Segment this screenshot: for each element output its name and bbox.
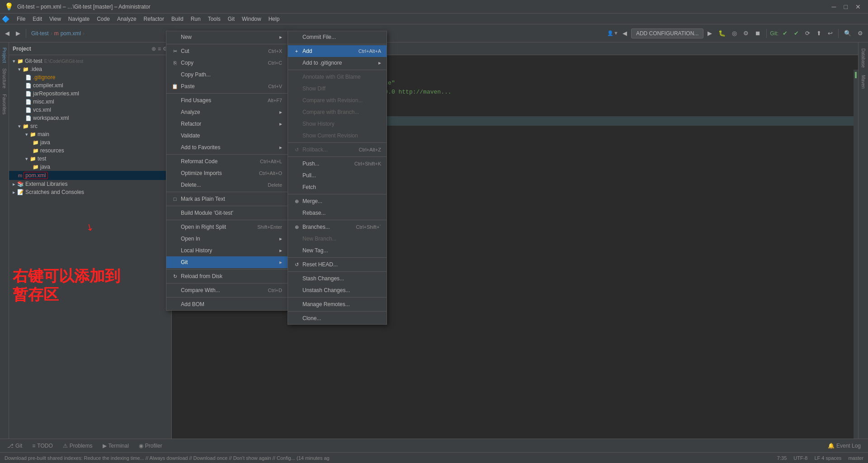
- ctx-cut[interactable]: ✂ Cut Ctrl+X: [166, 45, 288, 57]
- ctx-delete[interactable]: Delete... Delete: [166, 179, 288, 191]
- menu-view[interactable]: View: [46, 15, 65, 23]
- ctx-add-bom[interactable]: Add BOM: [166, 298, 288, 310]
- close-button[interactable]: ✕: [853, 2, 863, 11]
- sidebar-maven-tab[interactable]: Maven: [860, 71, 867, 92]
- ctx-optimize[interactable]: Optimize Imports Ctrl+Alt+O: [166, 167, 288, 179]
- bottom-tab-git[interactable]: ⎇ Git: [3, 441, 27, 451]
- sidebar-structure-tab[interactable]: Structure: [2, 66, 7, 91]
- ctx-copy-path[interactable]: Copy Path...: [166, 69, 288, 80]
- toolbar-forward[interactable]: ▶: [14, 28, 23, 38]
- ctx-git[interactable]: Git ▸: [166, 256, 288, 268]
- toolbar-back[interactable]: ◀: [3, 28, 12, 38]
- menu-run[interactable]: Run: [187, 15, 204, 23]
- ctx-open-in[interactable]: Open In ▸: [166, 233, 288, 245]
- tree-gitignore[interactable]: 📄 .gitignore: [9, 73, 171, 81]
- ctx-compare[interactable]: Compare With... Ctrl+D: [166, 284, 288, 296]
- ctx-new[interactable]: New ▸: [166, 31, 288, 43]
- menu-refactor[interactable]: Refactor: [140, 15, 168, 23]
- panel-locate-icon[interactable]: ⊕: [151, 46, 156, 52]
- menu-file[interactable]: File: [13, 15, 29, 23]
- ctx-find-usages[interactable]: Find Usages Alt+F7: [166, 94, 288, 106]
- breadcrumb-file[interactable]: pom.xml: [61, 30, 81, 37]
- git-push[interactable]: Push... Ctrl+Shift+K: [288, 158, 387, 170]
- bottom-tab-terminal[interactable]: ▶ Terminal: [98, 441, 133, 451]
- toolbar-run[interactable]: ▶: [705, 28, 714, 38]
- sidebar-database-tab[interactable]: Database: [860, 45, 867, 71]
- tree-main-folder[interactable]: ▾ 📁 main: [9, 130, 171, 138]
- tree-java-folder[interactable]: 📁 java: [9, 138, 171, 146]
- bottom-tab-problems[interactable]: ⚠ Problems: [58, 441, 97, 451]
- git-reset-head[interactable]: ↺ Reset HEAD...: [288, 259, 387, 270]
- ctx-analyze[interactable]: Analyze ▸: [166, 106, 288, 118]
- ctx-build[interactable]: Build Module 'Git-test': [166, 207, 288, 219]
- menu-build[interactable]: Build: [168, 15, 187, 23]
- ctx-local-history[interactable]: Local History ▸: [166, 245, 288, 256]
- toolbar-debug[interactable]: 🐛: [716, 28, 728, 38]
- tree-scratches[interactable]: ▸ 📝 Scratches and Consoles: [9, 188, 171, 196]
- maximize-button[interactable]: □: [841, 2, 850, 11]
- toolbar-profiler[interactable]: ⚙: [741, 28, 751, 38]
- git-clone[interactable]: Clone...: [288, 312, 387, 324]
- bottom-tab-event-log[interactable]: 🔔 Event Log: [823, 441, 865, 451]
- git-add[interactable]: + Add Ctrl+Alt+A: [288, 45, 387, 57]
- menu-navigate[interactable]: Navigate: [65, 15, 93, 23]
- toolbar-settings[interactable]: ⚙: [855, 28, 865, 38]
- tree-misc-xml[interactable]: 📄 misc.xml: [9, 98, 171, 106]
- ctx-copy[interactable]: ⎘ Copy Ctrl+C: [166, 57, 288, 69]
- status-indent[interactable]: LF 4 spaces: [814, 455, 841, 461]
- git-merge[interactable]: ⊕ Merge...: [288, 195, 387, 207]
- git-pull[interactable]: Pull...: [288, 170, 387, 181]
- tree-vcs-xml[interactable]: 📄 vcs.xml: [9, 106, 171, 114]
- menu-window[interactable]: Window: [238, 15, 265, 23]
- git-new-tag[interactable]: New Tag...: [288, 245, 387, 256]
- git-unstash[interactable]: Unstash Changes...: [288, 284, 387, 296]
- git-add-gitignore[interactable]: Add to .gitignore ▸: [288, 57, 387, 69]
- git-commit-file[interactable]: Commit File...: [288, 31, 387, 43]
- ctx-reformat[interactable]: Reformat Code Ctrl+Alt+L: [166, 156, 288, 167]
- ctx-add-favorites[interactable]: Add to Favorites ▸: [166, 142, 288, 153]
- git-push[interactable]: ⬆: [814, 28, 824, 38]
- git-stash[interactable]: Stash Changes...: [288, 273, 387, 284]
- ctx-paste[interactable]: 📋 Paste Ctrl+V: [166, 80, 288, 92]
- status-branch[interactable]: master: [848, 455, 863, 461]
- ctx-validate[interactable]: Validate: [166, 130, 288, 142]
- toolbar-git-back[interactable]: ◀: [620, 28, 629, 38]
- git-branch-check[interactable]: ✔: [792, 28, 801, 38]
- tree-root[interactable]: ▾ 📁 Git-test E:\Code\Git\Git-test: [9, 57, 171, 65]
- status-position[interactable]: 7:35: [777, 455, 787, 461]
- tree-external-libs[interactable]: ▸ 📚 External Libraries: [9, 180, 171, 188]
- tree-idea-folder[interactable]: ▾ 📁 .idea: [9, 65, 171, 73]
- tree-resources-folder[interactable]: 📁 resources: [9, 146, 171, 155]
- git-check[interactable]: ✔: [780, 28, 790, 38]
- ctx-refactor[interactable]: Refactor ▸: [166, 118, 288, 130]
- toolbar-search[interactable]: 🔍: [842, 28, 854, 38]
- toolbar-coverage[interactable]: ◎: [730, 28, 739, 38]
- menu-help[interactable]: Help: [265, 15, 283, 23]
- tree-compiler-xml[interactable]: 📄 compiler.xml: [9, 81, 171, 90]
- tree-workspace-xml[interactable]: 📄 workspace.xml: [9, 114, 171, 122]
- menu-code[interactable]: Code: [93, 15, 113, 23]
- bottom-tab-todo[interactable]: ≡ TODO: [28, 441, 57, 451]
- git-rebase[interactable]: Rebase...: [288, 207, 387, 219]
- sidebar-favorites-tab[interactable]: Favorites: [2, 91, 7, 117]
- git-branches[interactable]: ⊕ Branches... Ctrl+Shift+`: [288, 221, 387, 233]
- tree-pom-xml[interactable]: m pom.xml: [9, 171, 171, 180]
- git-update[interactable]: ⟳: [803, 28, 812, 38]
- menu-edit[interactable]: Edit: [29, 15, 46, 23]
- menu-analyze[interactable]: Analyze: [113, 15, 140, 23]
- minimize-button[interactable]: ─: [829, 2, 839, 11]
- tree-test-folder[interactable]: ▾ 📁 test: [9, 155, 171, 163]
- title-bar-controls[interactable]: ─ □ ✕: [829, 2, 863, 11]
- menu-git[interactable]: Git: [224, 15, 238, 23]
- tree-test-java-folder[interactable]: 📁 java: [9, 163, 171, 171]
- add-configuration-button[interactable]: ADD CONFIGURATION...: [631, 28, 703, 38]
- panel-collapse-icon[interactable]: ≡: [158, 46, 161, 52]
- ctx-mark-plain[interactable]: □ Mark as Plain Text: [166, 193, 288, 205]
- git-undo[interactable]: ↩: [826, 28, 835, 38]
- bottom-tab-profiler[interactable]: ◉ Profiler: [134, 441, 167, 451]
- breadcrumb-project[interactable]: Git-test: [31, 30, 49, 37]
- git-manage-remotes[interactable]: Manage Remotes...: [288, 298, 387, 310]
- toolbar-stop[interactable]: ⏹: [753, 28, 763, 38]
- menu-tools[interactable]: Tools: [204, 15, 224, 23]
- git-fetch[interactable]: Fetch: [288, 181, 387, 193]
